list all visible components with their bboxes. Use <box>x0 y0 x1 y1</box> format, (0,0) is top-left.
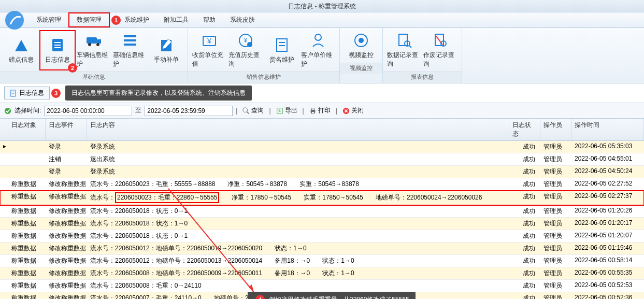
start-time-input[interactable] <box>44 106 132 116</box>
header-operator[interactable]: 操作员 <box>540 119 571 140</box>
ribbon-scale-info[interactable]: 磅点信息 <box>3 30 39 70</box>
menu-skin[interactable]: 系统皮肤 <box>223 13 262 26</box>
svg-point-7 <box>88 43 91 46</box>
menu-addon-tools[interactable]: 附加工具 <box>156 13 196 26</box>
grid-header: 日志对象 日志事件 日志内容 日志状态 操作员 操作时间 <box>0 119 644 141</box>
svg-text:¥: ¥ <box>244 37 248 44</box>
query-button[interactable]: 查询 <box>240 105 266 116</box>
ribbon-recharge-history[interactable]: ¥充值历史查询 <box>227 30 264 70</box>
svg-rect-19 <box>279 42 285 43</box>
ribbon-data-query[interactable]: 数据记录查询 <box>386 30 422 70</box>
header-object[interactable]: 日志对象 <box>8 119 46 140</box>
table-row[interactable]: 称重数据修改称重数据流水号：2206050012：地磅单号：2206050019… <box>0 243 644 255</box>
svg-rect-2 <box>54 42 61 43</box>
ribbon-video[interactable]: 视频监控 <box>343 30 379 62</box>
ribbon-basic-maintain[interactable]: 基础信息维护 <box>112 30 148 70</box>
export-icon <box>276 107 283 115</box>
header-time[interactable]: 操作时间 <box>571 119 644 140</box>
menu-data-manage[interactable]: 数据管理 <box>68 12 110 27</box>
header-event[interactable]: 日志事件 <box>46 119 87 140</box>
svg-rect-10 <box>124 39 136 41</box>
annotation-3: 3 <box>51 89 61 98</box>
highlighted-content: 2206050023：毛重：22860→55555 <box>115 192 219 203</box>
tab-log-info[interactable]: 日志信息 <box>4 87 50 99</box>
svg-point-23 <box>359 38 364 43</box>
ribbon-vehicle-maintain[interactable]: 车辆信息维护 <box>76 30 112 70</box>
tooltip-log-info: 日志信息里可查看称重记录修改，以及登陆系统、注销系统信息 <box>65 86 252 101</box>
table-row[interactable]: 称重数据修改称重数据流水号：2206050018：状态：0→1成功管理员2022… <box>0 205 644 218</box>
svg-line-26 <box>409 46 411 48</box>
time-label: 选择时间: <box>15 106 41 115</box>
print-icon <box>309 107 317 115</box>
svg-point-17 <box>247 42 252 47</box>
check-icon <box>4 107 11 115</box>
close-icon <box>342 107 350 115</box>
ribbon-sales-label: 销售信息维护 <box>188 72 339 83</box>
table-row[interactable]: 注销退出系统成功管理员2022-06-05 04:55:01 <box>0 153 644 166</box>
ribbon-log-info[interactable]: 日志信息2 <box>39 30 76 70</box>
menu-bar: 系统管理 数据管理 1 系统维护 附加工具 帮助 系统皮肤 <box>0 12 644 28</box>
menu-system-maintain[interactable]: 系统维护 <box>117 13 156 26</box>
ribbon-goods-maintain[interactable]: 货名维护 <box>264 30 300 70</box>
svg-rect-5 <box>87 37 97 44</box>
annotation-2: 2 <box>68 63 77 73</box>
svg-rect-6 <box>97 39 101 44</box>
svg-point-8 <box>96 43 99 46</box>
table-row[interactable]: 称重数据修改称重数据流水号：2206050008：毛重：0→24110成功管理员… <box>0 280 644 292</box>
ribbon-manual-add[interactable]: 手动补单 <box>148 30 184 70</box>
annotation-4: 4 <box>255 295 265 299</box>
svg-line-28 <box>436 36 442 45</box>
svg-rect-39 <box>311 111 314 113</box>
svg-point-21 <box>315 34 321 40</box>
ribbon-recharge[interactable]: ¥收货单位充值 <box>191 30 227 70</box>
ribbon-video-label: 视频监控 <box>340 63 382 74</box>
table-row[interactable]: 登录登录系统成功管理员2022-06-05 04:50:24 <box>0 166 644 178</box>
header-status[interactable]: 日志状态 <box>509 119 540 140</box>
svg-rect-9 <box>124 35 136 37</box>
tab-bar: 日志信息 3 日志信息里可查看称重记录修改，以及登陆系统、注销系统信息 <box>0 83 644 103</box>
ribbon-report-label: 报表信息 <box>383 72 462 83</box>
table-row[interactable]: 称重数据修改称重数据流水号：2206050012：地磅单号：2206050013… <box>0 255 644 267</box>
search-icon <box>242 107 250 115</box>
menu-system-manage[interactable]: 系统管理 <box>29 13 68 26</box>
ribbon-basic-label: 基础信息 <box>0 72 188 83</box>
table-row[interactable]: ▸登录登录系统成功管理员2022-06-05 05:35:03 <box>0 141 644 153</box>
svg-rect-24 <box>399 34 407 46</box>
table-row[interactable]: 称重数据修改称重数据流水号：2206050018：状态：0→1成功管理员2022… <box>0 230 644 243</box>
svg-rect-38 <box>311 108 314 110</box>
table-row[interactable]: 称重数据修改称重数据流水号：2206050008：地磅单号：2206050009… <box>0 267 644 280</box>
svg-rect-4 <box>54 47 61 48</box>
ribbon-void-query[interactable]: 作废记录查询 <box>422 30 459 70</box>
callout-4: 4 例如这里修改过毛重重量，从22860修改成了55555 <box>248 292 416 299</box>
toolbar: 选择时间: 至 | 查询 | 导出 | 打印 | 关闭 <box>0 103 644 119</box>
svg-rect-3 <box>54 45 61 46</box>
log-grid: 日志对象 日志事件 日志内容 日志状态 操作员 操作时间 ▸登录登录系统成功管理… <box>0 119 644 299</box>
table-row[interactable]: 称重数据修改称重数据流水号：2206050018：状态：1→0成功管理员2022… <box>0 218 644 230</box>
table-row[interactable]: 称重数据修改称重数据流水号：2206050023：毛重：55555→88888 … <box>0 178 644 191</box>
ribbon: 磅点信息 日志信息2 车辆信息维护 基础信息维护 手动补单 基础信息 ¥收货单位… <box>0 28 644 83</box>
header-content[interactable]: 日志内容 <box>87 119 509 140</box>
svg-rect-11 <box>124 44 136 46</box>
svg-text:¥: ¥ <box>207 37 211 45</box>
svg-point-0 <box>5 11 24 30</box>
menu-help[interactable]: 帮助 <box>196 13 223 26</box>
table-row[interactable]: 称重数据修改称重数据流水号：2206050023：毛重：22860→55555 … <box>0 191 644 205</box>
svg-line-35 <box>247 111 249 113</box>
export-button[interactable]: 导出 <box>274 105 299 116</box>
svg-point-33 <box>5 107 11 113</box>
close-button[interactable]: 关闭 <box>340 105 366 116</box>
to-label: 至 <box>135 106 141 115</box>
end-time-input[interactable] <box>145 106 233 116</box>
app-logo <box>4 10 25 31</box>
ribbon-customer-price[interactable]: 客户单价维护 <box>300 30 336 70</box>
document-icon <box>10 90 17 97</box>
title-bar: 日志信息 - 称重管理系统 <box>0 0 644 12</box>
svg-point-34 <box>243 107 248 112</box>
svg-rect-20 <box>279 45 285 46</box>
print-button[interactable]: 打印 <box>307 105 333 116</box>
